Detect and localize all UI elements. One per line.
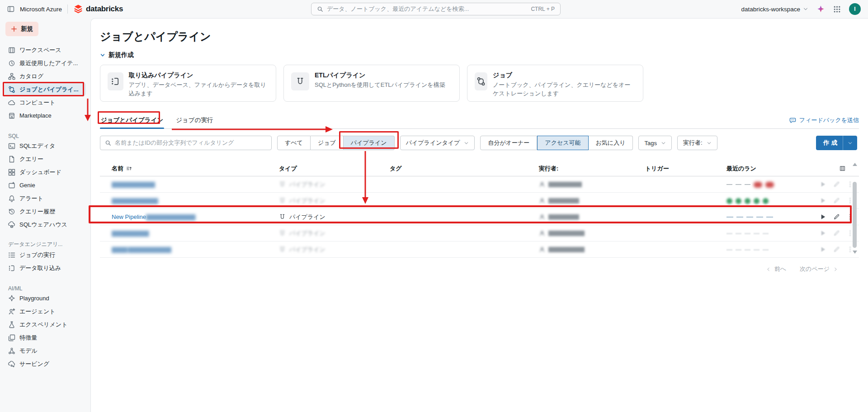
sidebar-toggle-icon[interactable]: [7, 5, 14, 13]
topbar: Microsoft Azure databricks データ、ノートブック、最近…: [0, 0, 868, 18]
sidebar-item-serving[interactable]: サービング: [5, 357, 86, 370]
row-recent-runs: [726, 229, 817, 237]
row-name-link[interactable]: ███████████████: [112, 198, 279, 204]
run-play-button[interactable]: [820, 181, 826, 188]
create-section-toggle[interactable]: 新規作成: [100, 51, 859, 59]
databricks-logo[interactable]: databricks: [73, 4, 123, 14]
segment-accessible[interactable]: アクセス可能: [537, 136, 588, 150]
workspace-selector[interactable]: databricks-workspace: [741, 6, 808, 13]
row-name-link[interactable]: ████████████: [112, 231, 279, 236]
chevron-down-icon: [464, 141, 469, 146]
edit-button[interactable]: [833, 246, 840, 253]
run-play-button[interactable]: [820, 246, 826, 253]
pencil-icon: [833, 181, 840, 188]
azure-label: Microsoft Azure: [20, 6, 62, 13]
person-icon: [539, 214, 545, 220]
assistant-sparkle-icon[interactable]: [816, 5, 825, 14]
run-play-button[interactable]: [820, 197, 826, 204]
row-run-as: ███████████: [539, 214, 645, 220]
row-run-as: █████████████: [539, 246, 645, 253]
sidebar-item-alerts[interactable]: アラート: [5, 192, 86, 205]
segment-favorites[interactable]: お気に入り: [589, 136, 633, 150]
sidebar-item-query-history[interactable]: クエリー履歴: [5, 205, 86, 218]
sidebar-item-jobs-pipelines[interactable]: ジョブとパイプライ...: [5, 83, 86, 96]
scroll-down-arrow[interactable]: [853, 251, 857, 254]
run-as-dropdown[interactable]: 実行者:: [677, 136, 717, 150]
sidebar-item-catalog[interactable]: カタログ: [5, 70, 86, 83]
main-layout: 新規 ワークスペース 最近使用したアイテ... カタログ ジョブとパイプライ..…: [0, 18, 868, 412]
scroll-up-arrow[interactable]: [853, 163, 857, 166]
sidebar-item-agents[interactable]: エージェント: [5, 305, 86, 318]
column-header-name[interactable]: 名前: [112, 165, 279, 173]
column-header-run-as[interactable]: 実行者:: [539, 165, 645, 173]
table-row[interactable]: ██████████████ パイプライン ████████████: [100, 176, 859, 193]
sql-editor-icon: [8, 142, 15, 150]
row-name-link[interactable]: █████ ██████████████: [112, 247, 279, 252]
column-header-recent-runs[interactable]: 最近のラン: [726, 165, 817, 173]
table-row[interactable]: █████ ██████████████ パイプライン ████████████…: [100, 242, 859, 258]
sidebar-item-playground[interactable]: Playground: [5, 292, 86, 305]
row-name-link[interactable]: ██████████████: [112, 182, 279, 187]
filter-bar: 名前またはIDの部分文字列でフィルタリング すべて ジョブ パイプライン パイプ…: [100, 136, 859, 150]
segment-all[interactable]: すべて: [277, 136, 311, 150]
jobs-flow-icon: [476, 77, 486, 86]
sidebar-item-recents[interactable]: 最近使用したアイテ...: [5, 57, 86, 70]
segment-pipelines[interactable]: パイプライン: [344, 136, 395, 150]
table-row-new-pipeline[interactable]: New Pipeline ████████████████ パイプライン ███…: [100, 209, 859, 225]
prev-page-button[interactable]: 前へ: [766, 265, 786, 273]
user-avatar[interactable]: I: [849, 3, 861, 15]
person-icon: [539, 246, 545, 253]
sidebar-item-sql-warehouse[interactable]: SQLウェアハウス: [5, 218, 86, 231]
tags-dropdown[interactable]: Tags: [638, 136, 671, 150]
sidebar-item-data-ingestion[interactable]: データ取り込み: [5, 261, 86, 275]
card-ingest-pipeline[interactable]: 取り込みパイプライン アプリ、データベース、ファイルからデータを取り込みます: [100, 65, 276, 102]
databricks-wordmark: databricks: [86, 5, 123, 14]
run-play-button[interactable]: [820, 213, 826, 220]
card-etl-pipeline[interactable]: ETLパイプライン SQLとPythonを使用してETLパイプラインを構築: [283, 65, 460, 102]
sidebar-item-compute[interactable]: コンピュート: [5, 96, 86, 109]
table-filter-input[interactable]: 名前またはIDの部分文字列でフィルタリング: [100, 136, 272, 150]
feedback-link[interactable]: フィードバックを送信: [789, 116, 859, 128]
tab-jobs-pipelines[interactable]: ジョブとパイプライン: [100, 114, 164, 128]
sidebar-item-features[interactable]: 特徴量: [5, 331, 86, 344]
row-name-link[interactable]: New Pipeline ████████████████: [112, 213, 279, 220]
sidebar-item-genie[interactable]: Genie: [5, 179, 86, 192]
column-header-tags[interactable]: タグ: [390, 165, 539, 173]
sidebar-item-workspace[interactable]: ワークスペース: [5, 43, 86, 57]
row-run-as: █████████████: [539, 230, 645, 237]
card-job[interactable]: ジョブ ノートブック、パイプライン、クエリーなどをオーケストレーションします: [467, 65, 643, 102]
edit-button[interactable]: [833, 230, 840, 237]
table-row[interactable]: ████████████ パイプライン █████████████: [100, 225, 859, 242]
edit-button[interactable]: [833, 197, 840, 204]
sidebar-item-marketplace[interactable]: Marketplace: [5, 109, 86, 122]
run-play-button[interactable]: [820, 230, 826, 237]
play-icon: [820, 197, 826, 204]
sidebar-item-job-runs[interactable]: ジョブの実行: [5, 248, 86, 261]
sidebar-item-models[interactable]: モデル: [5, 344, 86, 357]
play-icon: [820, 181, 826, 188]
create-button-chevron[interactable]: [843, 136, 857, 150]
edit-button[interactable]: [833, 181, 840, 188]
sidebar-item-sql-editor[interactable]: SQLエディタ: [5, 139, 86, 152]
global-search-input[interactable]: データ、ノートブック、最近のアイテムなどを検索... CTRL + P: [311, 3, 561, 15]
agent-icon: [8, 308, 15, 315]
tab-job-runs[interactable]: ジョブの実行: [175, 114, 214, 128]
column-header-type[interactable]: タイプ: [279, 165, 390, 173]
segment-owned-by-me[interactable]: 自分がオーナー: [480, 136, 537, 150]
new-button[interactable]: 新規: [5, 22, 38, 36]
sidebar-item-queries[interactable]: クエリー: [5, 152, 86, 166]
pipeline-icon: [279, 181, 286, 188]
feedback-bubble-icon: [789, 117, 796, 124]
column-header-trigger[interactable]: トリガー: [645, 165, 726, 173]
next-page-button[interactable]: 次のページ: [800, 265, 838, 273]
create-button[interactable]: 作成: [816, 136, 857, 150]
scrollbar-thumb[interactable]: [853, 182, 857, 248]
edit-button[interactable]: [833, 213, 840, 220]
app-switcher-grid-icon[interactable]: [833, 5, 841, 13]
sidebar-item-experiments[interactable]: エクスペリメント: [5, 318, 86, 331]
sidebar-item-dashboards[interactable]: ダッシュボード: [5, 166, 86, 179]
pencil-icon: [833, 197, 840, 204]
table-row[interactable]: ███████████████ パイプライン ███████████: [100, 193, 859, 209]
pipeline-type-dropdown[interactable]: パイプラインタイプ: [400, 136, 475, 150]
segment-jobs[interactable]: ジョブ: [311, 136, 344, 150]
